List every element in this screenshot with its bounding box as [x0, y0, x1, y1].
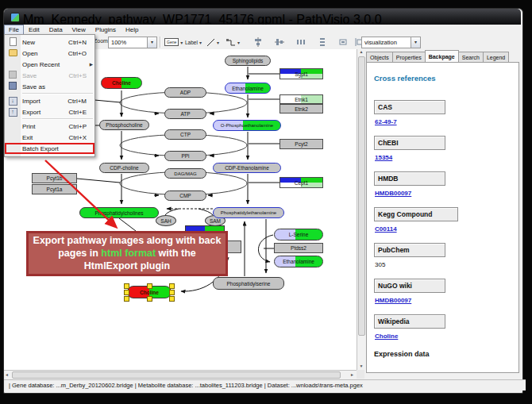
xref-link[interactable]: C00114: [375, 225, 519, 233]
vertical-scroll-thumb[interactable]: [358, 56, 365, 336]
connector-icon: [226, 38, 236, 47]
node-cept1[interactable]: Cept1: [279, 177, 323, 188]
visualization-dropdown-icon[interactable]: ▾: [411, 37, 420, 48]
visualization-value: visualization: [362, 39, 411, 46]
node-ppi[interactable]: PPi: [164, 151, 206, 161]
xref-link[interactable]: Choline: [375, 333, 519, 340]
selection-handle[interactable]: [169, 283, 175, 289]
file-menu-export[interactable]: ↑ Export Ctrl+E: [5, 106, 94, 117]
open-folder-icon: [5, 49, 21, 58]
xref-link[interactable]: 15354: [375, 154, 519, 161]
label-tool-button[interactable]: Label ▾: [185, 37, 202, 48]
horizontal-scroll-thumb[interactable]: [12, 371, 341, 379]
scroll-down-icon[interactable]: ▼: [357, 364, 365, 368]
app-icon: [10, 13, 20, 22]
file-menu-exit[interactable]: Exit Ctrl+X: [5, 132, 94, 143]
node-sgpl1[interactable]: Sgpl1: [279, 68, 323, 79]
common-width-icon: [338, 37, 348, 47]
tab-legend[interactable]: Legend: [483, 52, 509, 62]
distribute-horizontal-icon: [296, 37, 306, 47]
save-disk-icon: [5, 71, 21, 80]
file-menu-save[interactable]: Save Ctrl+S: [5, 70, 94, 81]
label-tool-text: Label: [185, 40, 198, 45]
new-document-icon: [5, 37, 21, 48]
node-atp[interactable]: ATP: [164, 109, 206, 119]
node-o-phosphoethanolamine[interactable]: O-Phosphoethanolamine: [213, 120, 281, 131]
node-adp[interactable]: ADP: [164, 87, 206, 98]
node-cdp-ethanolamine[interactable]: CDP-Ethanolamine: [213, 163, 281, 173]
scroll-up-icon[interactable]: ▲: [357, 49, 365, 56]
file-menu-open-recent[interactable]: Open Recent ▶: [5, 59, 94, 70]
xref-section-cas: CAS 62-49-7: [374, 100, 519, 125]
align-center-y-button[interactable]: [273, 37, 285, 48]
node-pcyt1a[interactable]: Pcyt1a: [32, 184, 77, 194]
gene-tool-button[interactable]: Gene ▾: [164, 37, 183, 48]
zoom-combobox[interactable]: 100% ▾: [108, 37, 157, 48]
xref-title: NuGO wiki: [374, 279, 445, 293]
node-pcyt1b[interactable]: Pcyt1b: [32, 173, 77, 183]
common-width-button[interactable]: [337, 37, 349, 48]
node-cdp-choline[interactable]: CDP-choline: [99, 163, 149, 173]
node-ctp[interactable]: CTP: [164, 129, 206, 140]
annotation-callout: Export pathway images along with back pa…: [26, 231, 228, 276]
file-menu-import[interactable]: ↓ Import Ctrl+M: [5, 95, 94, 106]
file-menu-save-as[interactable]: Save as: [5, 81, 94, 92]
tab-search[interactable]: Search: [458, 52, 484, 62]
selection-handle[interactable]: [124, 296, 129, 302]
xref-link[interactable]: HMDB00097: [375, 297, 519, 304]
node-etnk1[interactable]: Etnk1: [279, 94, 323, 104]
node-phosphatidylcholines[interactable]: Phosphatidylcholines: [79, 207, 159, 218]
node-cmp[interactable]: CMP: [164, 190, 206, 201]
visualization-combobox[interactable]: visualization ▾: [361, 37, 421, 48]
connector-tool-button[interactable]: ▾: [226, 37, 240, 48]
node-phosphatidylserine[interactable]: Phosphatidylserine: [213, 277, 284, 290]
node-l-serine[interactable]: L-Serine: [274, 229, 323, 240]
selection-handle[interactable]: [147, 283, 152, 289]
align-center-x-button[interactable]: [252, 37, 264, 48]
node-ethanolamine-bottom[interactable]: Ethanolamine: [274, 256, 323, 267]
node-sphingolipids[interactable]: Sphingolipids: [225, 56, 271, 66]
selection-handle[interactable]: [124, 290, 129, 295]
selection-handle[interactable]: [169, 290, 175, 295]
node-phosphocholine[interactable]: Phosphocholine: [99, 120, 149, 130]
file-menu-open[interactable]: Open Ctrl+O: [5, 48, 94, 59]
selection-handle[interactable]: [147, 296, 152, 302]
tab-objects[interactable]: Objects: [366, 52, 393, 62]
scroll-left-icon[interactable]: ◄: [5, 372, 9, 377]
node-dag-mag[interactable]: DAG/MAG: [164, 168, 206, 179]
zoom-dropdown-icon[interactable]: ▾: [147, 37, 156, 48]
import-icon: ↓: [5, 97, 21, 106]
distribute-horizontal-button[interactable]: [295, 37, 306, 48]
tab-backpage[interactable]: Backpage: [425, 50, 459, 62]
backpage-panel: Cross references CAS 62-49-7 ChEBI 15354…: [366, 62, 519, 373]
selection-handle[interactable]: [169, 296, 175, 302]
file-menu-new[interactable]: New Ctrl+N: [5, 37, 94, 48]
selection-handle[interactable]: [124, 283, 129, 289]
node-pcyt2[interactable]: Pcyt2: [279, 139, 323, 149]
file-menu-batch-export[interactable]: Batch Export: [5, 143, 94, 154]
line-tool-button[interactable]: ▾: [206, 37, 219, 48]
node-sah[interactable]: SAH: [156, 215, 176, 226]
xref-link[interactable]: HMDB00097: [375, 190, 519, 197]
scroll-right-icon[interactable]: ►: [350, 372, 354, 377]
chevron-down-icon: ▾: [180, 40, 183, 45]
file-menu-print[interactable]: Print Ctrl+P: [5, 121, 94, 132]
distribute-vertical-button[interactable]: [316, 37, 328, 48]
canvas-vertical-scrollbar[interactable]: ▲ ▼: [357, 49, 365, 370]
xref-title: Wikipedia: [374, 314, 445, 329]
xref-link[interactable]: 62-49-7: [375, 118, 519, 125]
node-phosphatidylethanolamine[interactable]: Phosphatidylethanolamine: [213, 207, 284, 218]
tab-properties[interactable]: Properties: [392, 52, 426, 62]
toolbar-separator: [160, 37, 161, 48]
menu-separator: [22, 118, 93, 120]
line-icon: [206, 38, 215, 47]
node-choline-top[interactable]: Choline: [101, 77, 142, 89]
node-ethanolamine-top[interactable]: Ethanolamine: [225, 83, 271, 94]
partially-hidden-gray-node[interactable]: [226, 240, 241, 253]
node-etnk2[interactable]: Etnk2: [279, 104, 323, 114]
chevron-down-icon: ▾: [199, 40, 202, 45]
xref-section-pubchem: PubChem 305: [374, 243, 519, 268]
node-ptdss2[interactable]: Ptdss2: [274, 243, 323, 253]
menu-help[interactable]: Help: [121, 25, 143, 35]
canvas-horizontal-scrollbar[interactable]: ◄ ►: [4, 370, 357, 379]
